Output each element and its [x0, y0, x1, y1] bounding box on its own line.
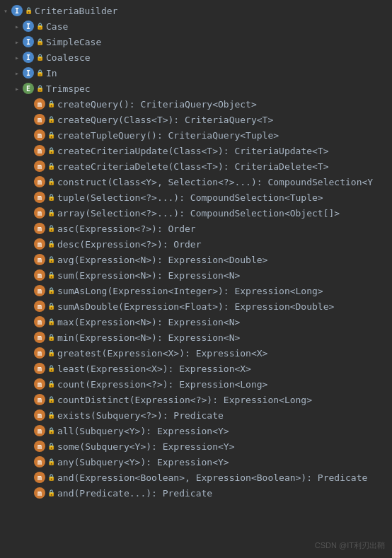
expand-arrow[interactable]: [23, 394, 34, 405]
item-label: desc(Expression<?>): Order: [57, 239, 202, 250]
type-badge: m: [34, 192, 45, 203]
type-badge: I: [23, 67, 34, 79]
expand-arrow[interactable]: [11, 83, 23, 94]
tree-item[interactable]: m🔒createTupleQuery(): CriteriaQuery<Tupl…: [0, 127, 392, 143]
expand-arrow[interactable]: [23, 285, 34, 296]
type-badge: m: [34, 363, 45, 374]
type-badge: m: [34, 98, 45, 110]
tree-item[interactable]: m🔒sumAsLong(Expression<Integer>): Expres…: [0, 283, 392, 298]
expand-arrow[interactable]: [23, 223, 34, 234]
tree-item[interactable]: m🔒greatest(Expression<X>): Expression<X>: [0, 345, 392, 361]
expand-arrow[interactable]: [23, 145, 34, 156]
expand-arrow[interactable]: [23, 487, 34, 499]
item-label: and(Expression<Boolean>, Expression<Bool…: [57, 472, 367, 483]
tree-item[interactable]: m🔒asc(Expression<?>): Order: [0, 221, 392, 236]
expand-arrow[interactable]: [23, 456, 34, 467]
tree-item[interactable]: m🔒exists(Subquery<?>): Predicate: [0, 407, 392, 423]
tree-item[interactable]: m🔒some(Subquery<Y>): Expression<Y>: [0, 438, 392, 454]
type-badge: m: [34, 487, 45, 499]
tree-item[interactable]: m🔒min(Expression<N>): Expression<N>: [0, 330, 392, 345]
type-badge: m: [34, 409, 45, 421]
expand-arrow[interactable]: [23, 363, 34, 374]
type-badge: m: [34, 129, 45, 141]
tree-item[interactable]: m🔒createCriteriaUpdate(Class<T>): Criter…: [0, 143, 392, 158]
expand-arrow[interactable]: [23, 409, 34, 421]
expand-arrow[interactable]: [11, 21, 23, 32]
tree-container: I 🔒 CriteriaBuilder I🔒CaseI🔒SimpleCaseI🔒…: [0, 0, 392, 504]
tree-item[interactable]: m🔒createQuery(): CriteriaQuery<Object>: [0, 96, 392, 112]
tree-item[interactable]: m🔒any(Subquery<Y>): Expression<Y>: [0, 454, 392, 470]
type-badge: m: [34, 394, 45, 405]
tree-item[interactable]: m🔒all(Subquery<Y>): Expression<Y>: [0, 423, 392, 438]
lock-icon: 🔒: [35, 84, 44, 93]
item-label: createTupleQuery(): CriteriaQuery<Tuple>: [57, 130, 279, 141]
expand-arrow[interactable]: [11, 67, 23, 79]
expand-arrow[interactable]: [23, 316, 34, 327]
expand-arrow[interactable]: [23, 192, 34, 203]
lock-icon: 🔒: [35, 53, 44, 62]
expand-arrow[interactable]: [23, 129, 34, 141]
tree-item[interactable]: m🔒max(Expression<N>): Expression<N>: [0, 314, 392, 330]
tree-item[interactable]: m🔒and(Expression<Boolean>, Expression<Bo…: [0, 470, 392, 485]
tree-item[interactable]: m🔒construct(Class<Y>, Selection<?>...): …: [0, 174, 392, 190]
expand-arrow[interactable]: [23, 207, 34, 219]
tree-item[interactable]: m🔒countDistinct(Expression<?>): Expressi…: [0, 392, 392, 407]
tree-root-item[interactable]: I 🔒 CriteriaBuilder: [0, 3, 392, 18]
item-label: createQuery(): CriteriaQuery<Object>: [57, 99, 257, 110]
tree-item[interactable]: m🔒createQuery(Class<T>): CriteriaQuery<T…: [0, 112, 392, 127]
item-label: avg(Expression<N>): Expression<Double>: [57, 255, 267, 265]
type-badge: m: [34, 332, 45, 343]
expand-arrow[interactable]: [23, 114, 34, 125]
lock-icon: 🔒: [47, 318, 55, 326]
tree-item[interactable]: m🔒and(Predicate...): Predicate: [0, 485, 392, 501]
tree-item[interactable]: I🔒In: [0, 65, 392, 81]
lock-icon-root: 🔒: [24, 6, 33, 15]
tree-item[interactable]: m🔒tuple(Selection<?>...): CompoundSelect…: [0, 190, 392, 205]
expand-arrow[interactable]: [11, 36, 23, 47]
expand-arrow[interactable]: [23, 378, 34, 390]
expand-arrow[interactable]: [23, 238, 34, 250]
tree-item[interactable]: m🔒avg(Expression<N>): Expression<Double>: [0, 252, 392, 267]
expand-arrow[interactable]: [23, 301, 34, 312]
expand-arrow[interactable]: [23, 441, 34, 452]
item-label: and(Predicate...): Predicate: [57, 488, 212, 499]
tree-item[interactable]: m🔒array(Selection<?>...): CompoundSelect…: [0, 205, 392, 221]
tree-item[interactable]: m🔒least(Expression<X>): Expression<X>: [0, 361, 392, 376]
tree-item[interactable]: I🔒Case: [0, 18, 392, 34]
expand-arrow[interactable]: [11, 52, 23, 63]
expand-arrow[interactable]: [23, 269, 34, 281]
expand-arrow[interactable]: [23, 176, 34, 187]
tree-item[interactable]: E🔒Trimspec: [0, 81, 392, 96]
type-badge: m: [34, 207, 45, 219]
expand-arrow[interactable]: [23, 254, 34, 265]
item-label: sum(Expression<N>): Expression<N>: [57, 270, 240, 281]
expand-arrow[interactable]: [23, 347, 34, 359]
lock-icon: 🔒: [47, 286, 55, 295]
tree-item[interactable]: m🔒desc(Expression<?>): Order: [0, 236, 392, 252]
item-label: createCriteriaUpdate(Class<T>): Criteria…: [57, 146, 329, 156]
expand-arrow[interactable]: [23, 161, 34, 172]
expand-arrow[interactable]: [23, 98, 34, 110]
type-badge: m: [34, 238, 45, 250]
tree-item[interactable]: I🔒SimpleCase: [0, 34, 392, 50]
item-label: some(Subquery<Y>): Expression<Y>: [57, 441, 234, 452]
tree-item[interactable]: I🔒Coalesce: [0, 50, 392, 65]
tree-item[interactable]: m🔒createCriteriaDelete(Class<T>): Criter…: [0, 158, 392, 174]
type-badge: m: [34, 472, 45, 483]
lock-icon: 🔒: [47, 302, 55, 310]
type-badge: m: [34, 378, 45, 390]
item-label: array(Selection<?>...): CompoundSelectio…: [57, 208, 340, 219]
watermark: CSDN @IT利刃出鞘: [315, 540, 385, 551]
type-badge: m: [34, 114, 45, 125]
expand-arrow-root[interactable]: [0, 5, 11, 16]
tree-item[interactable]: m🔒sumAsDouble(Expression<Float>): Expres…: [0, 298, 392, 314]
expand-arrow[interactable]: [23, 472, 34, 483]
tree-item[interactable]: m🔒count(Expression<?>): Expression<Long>: [0, 376, 392, 392]
tree-item[interactable]: m🔒sum(Expression<N>): Expression<N>: [0, 267, 392, 283]
item-label: Trimspec: [46, 83, 91, 94]
item-label: exists(Subquery<?>): Predicate: [57, 410, 224, 421]
lock-icon: 🔒: [47, 224, 55, 233]
expand-arrow[interactable]: [23, 425, 34, 436]
tree-items: I🔒CaseI🔒SimpleCaseI🔒CoalesceI🔒InE🔒Trimsp…: [0, 18, 392, 501]
expand-arrow[interactable]: [23, 332, 34, 343]
